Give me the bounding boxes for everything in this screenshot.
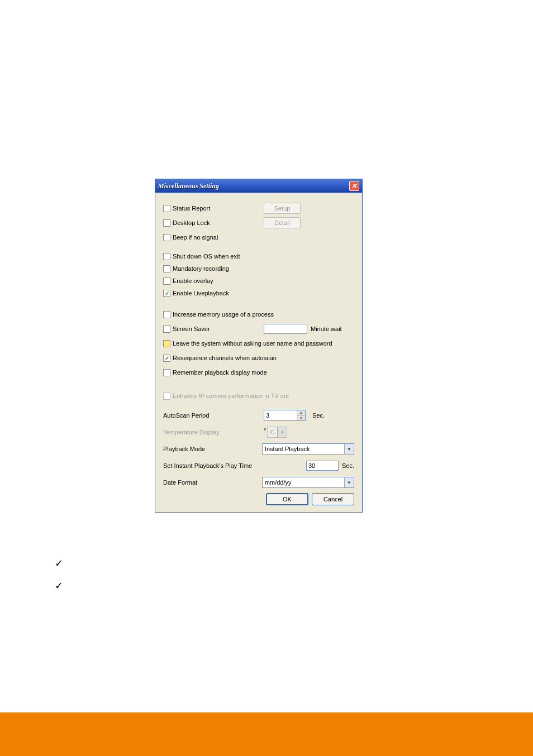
temperature-value: C <box>270 429 277 436</box>
footer-bar <box>0 712 533 756</box>
instant-playtime-input[interactable] <box>306 461 339 471</box>
enable-overlay-label: Enable overlay <box>173 277 213 284</box>
date-format-select[interactable]: mm/dd/yy ▼ <box>262 477 354 488</box>
playback-mode-label: Playback Mode <box>163 446 262 452</box>
autoscan-period-spinner[interactable]: ▲ ▼ <box>264 410 306 421</box>
temperature-select: C ▼ <box>267 427 287 438</box>
playback-mode-select[interactable]: Instant Playback ▼ <box>262 443 354 454</box>
titlebar: Miscellaneous Setting ✕ <box>155 179 362 193</box>
chevron-down-icon[interactable]: ▼ <box>344 477 354 487</box>
setup-button: Setup <box>264 203 301 214</box>
chevron-down-icon[interactable]: ▼ <box>344 444 354 454</box>
detail-button: Detail <box>264 217 301 228</box>
chevron-down-icon: ▼ <box>277 427 287 437</box>
remember-playback-label: Remember playback display mode <box>173 369 267 376</box>
spinner-up-icon[interactable]: ▲ <box>297 410 305 416</box>
screen-saver-label: Screen Saver <box>173 326 210 332</box>
enhance-ip-label: Enhance IP camera performance in TV out <box>173 393 289 399</box>
desktop-lock-label: Desktop Lock <box>173 219 210 226</box>
mandatory-recording-checkbox[interactable] <box>163 265 170 272</box>
spinner-down-icon[interactable]: ▼ <box>297 416 305 421</box>
beep-checkbox[interactable] <box>163 234 170 241</box>
increase-memory-checkbox[interactable] <box>163 311 170 318</box>
screen-saver-input[interactable] <box>264 324 307 334</box>
checkmark-icon: ✓ <box>55 580 63 592</box>
shutdown-os-checkbox[interactable] <box>163 253 170 260</box>
autoscan-period-input[interactable] <box>264 410 297 420</box>
close-icon: ✕ <box>351 182 357 190</box>
resequence-label: Resequence channels when autoscan <box>173 355 277 361</box>
status-report-label: Status Report <box>173 205 210 212</box>
mandatory-recording-label: Mandatory recording <box>173 265 229 272</box>
miscellaneous-setting-dialog: Miscellaneous Setting ✕ Status Report Se… <box>155 179 363 513</box>
autoscan-unit-label: Sec. <box>312 412 325 419</box>
beep-label: Beep if no signal <box>173 234 218 241</box>
screen-saver-checkbox[interactable] <box>163 326 170 333</box>
close-button[interactable]: ✕ <box>349 181 359 191</box>
dialog-title: Miscellaneous Setting <box>158 182 219 190</box>
autoscan-period-label: AutoScan Period <box>163 412 264 419</box>
temperature-display-label: Temperature Display <box>163 429 264 436</box>
date-format-value: mm/dd/yy <box>265 479 344 486</box>
checkmark-list: ✓ ✓ <box>55 557 63 602</box>
minute-wait-label: Minute wait <box>311 326 342 332</box>
ok-button[interactable]: OK <box>266 493 308 505</box>
resequence-checkbox[interactable] <box>163 355 170 362</box>
enable-liveplayback-checkbox[interactable] <box>163 290 170 297</box>
increase-memory-label: Increase memory usage of a process <box>173 311 274 318</box>
shutdown-os-label: Shut down OS when exit <box>173 253 240 260</box>
leave-system-label: Leave the system without asking user nam… <box>173 340 332 347</box>
remember-playback-checkbox[interactable] <box>163 369 170 376</box>
degree-symbol: ° <box>264 427 266 434</box>
enhance-ip-checkbox <box>163 393 170 400</box>
cancel-button[interactable]: Cancel <box>312 493 354 505</box>
status-report-checkbox[interactable] <box>163 205 170 212</box>
instant-playtime-unit: Sec. <box>342 462 354 469</box>
date-format-label: Date Format <box>163 479 262 486</box>
enable-overlay-checkbox[interactable] <box>163 277 170 285</box>
leave-system-checkbox[interactable] <box>163 340 170 347</box>
instant-playtime-label: Set Instant Playback's Play Time <box>163 462 263 469</box>
dialog-body: Status Report Setup Desktop Lock Detail … <box>155 193 362 512</box>
checkmark-icon: ✓ <box>55 557 63 570</box>
desktop-lock-checkbox[interactable] <box>163 219 170 227</box>
playback-mode-value: Instant Playback <box>265 446 344 452</box>
enable-liveplayback-label: Enable Liveplayback <box>173 290 229 296</box>
